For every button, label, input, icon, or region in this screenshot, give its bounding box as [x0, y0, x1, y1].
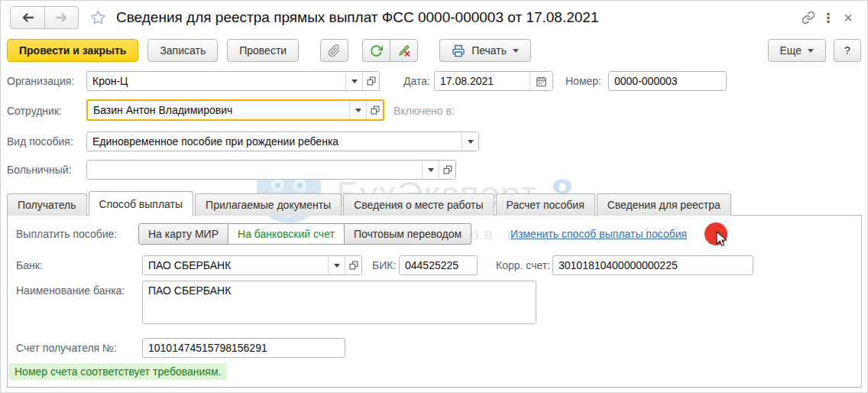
- more-vertical-icon: ⋮: [822, 10, 835, 26]
- printer-icon: [452, 44, 465, 57]
- link-icon: [802, 11, 815, 24]
- bank-dropdown-button[interactable]: [328, 256, 345, 274]
- number-input[interactable]: [608, 71, 727, 91]
- option-bank-account[interactable]: На банковский счет: [228, 223, 345, 245]
- print-button[interactable]: Печать: [439, 39, 531, 62]
- fss-register-window: Сведения для реестра прямых выплат ФСС 0…: [0, 0, 868, 393]
- date-value[interactable]: 17.08.2021: [435, 72, 530, 90]
- benefit-type-value[interactable]: Единовременное пособие при рождении ребе…: [87, 132, 462, 151]
- bank-name-label: Наименование банка:: [16, 284, 125, 297]
- sick-leave-open-button[interactable]: [439, 161, 455, 179]
- bik-label: БИК:: [372, 259, 396, 272]
- attachments-button[interactable]: [320, 39, 348, 62]
- tab-recipient[interactable]: Получатель: [7, 193, 87, 216]
- chevron-down-icon: [808, 49, 814, 53]
- bik-input[interactable]: [399, 255, 478, 275]
- tab-attached-documents[interactable]: Прилагаемые документы: [195, 193, 342, 216]
- pencil-cancel-icon: [397, 44, 411, 57]
- get-link-button[interactable]: [798, 8, 818, 28]
- print-label: Печать: [471, 44, 507, 57]
- more-label: Еще: [780, 44, 802, 57]
- tab-payment-method[interactable]: Способ выплаты: [89, 191, 194, 216]
- employee-label: Сотрудник:: [7, 105, 62, 118]
- refresh-icon: [370, 44, 383, 57]
- close-icon: ×: [844, 9, 853, 27]
- chevron-down-icon: [468, 140, 474, 144]
- sick-leave-dropdown-button[interactable]: [422, 161, 439, 179]
- recipient-account-label: Счет получателя №:: [16, 342, 117, 355]
- back-button[interactable]: [11, 7, 44, 28]
- included-in-label: Включено в:: [394, 105, 455, 118]
- more-menu-button[interactable]: ⋮: [818, 8, 838, 28]
- title-bar: Сведения для реестра прямых выплат ФСС 0…: [1, 1, 867, 34]
- date-calendar-button[interactable]: [530, 72, 552, 90]
- history-nav: [10, 6, 79, 29]
- post-and-close-button[interactable]: Провести и закрыть: [7, 39, 138, 62]
- back-arrow-icon: [21, 12, 34, 23]
- chevron-down-icon: [334, 264, 340, 268]
- open-form-icon: [366, 76, 377, 86]
- organization-open-button[interactable]: [362, 72, 379, 90]
- tab-workplace-info[interactable]: Сведения о месте работы: [343, 193, 494, 216]
- organization-field: Крон-Ц: [86, 71, 380, 91]
- bank-name-textarea[interactable]: ПАО СБЕРБАНК: [142, 281, 536, 324]
- open-form-icon: [370, 105, 381, 115]
- organization-value[interactable]: Крон-Ц: [87, 72, 345, 90]
- date-label: Дата:: [403, 75, 430, 88]
- date-field: 17.08.2021: [434, 71, 553, 91]
- corr-account-label: Корр. счет:: [496, 259, 550, 272]
- forward-button[interactable]: [44, 7, 78, 28]
- bank-field: ПАО СБЕРБАНК: [142, 255, 362, 275]
- chevron-down-icon: [513, 49, 519, 53]
- benefit-type-label: Вид пособия:: [7, 135, 73, 148]
- employee-field: Базин Антон Владимирович: [86, 99, 384, 121]
- refresh-edit-group: [362, 39, 418, 62]
- employee-dropdown-button[interactable]: [349, 101, 366, 119]
- help-icon: ?: [844, 44, 850, 57]
- organization-label: Организация:: [7, 75, 74, 88]
- refresh-button[interactable]: [362, 39, 390, 62]
- pay-benefit-label: Выплатить пособие:: [16, 228, 117, 241]
- benefit-type-field: Единовременное пособие при рождении ребе…: [86, 132, 479, 151]
- chevron-down-icon: [351, 80, 358, 83]
- paperclip-icon: [328, 44, 341, 57]
- change-payment-method-link[interactable]: Изменить способ выплаты пособия: [510, 228, 687, 240]
- employee-open-button[interactable]: [366, 101, 383, 119]
- option-postal-transfer[interactable]: Почтовым переводом: [345, 223, 471, 245]
- payment-method-segmented: На карту МИР На банковский счет Почтовым…: [138, 223, 471, 245]
- number-label: Номер:: [565, 75, 601, 88]
- organization-dropdown-button[interactable]: [345, 72, 362, 90]
- close-button[interactable]: ×: [838, 8, 858, 28]
- cancel-edit-button[interactable]: [390, 39, 418, 62]
- star-icon: [89, 9, 107, 26]
- write-button[interactable]: Записать: [147, 39, 218, 62]
- tab-register-info[interactable]: Сведения для реестра: [597, 193, 731, 216]
- favorite-star-button[interactable]: [89, 9, 107, 26]
- bank-value[interactable]: ПАО СБЕРБАНК: [143, 256, 328, 274]
- open-form-icon: [348, 260, 359, 271]
- recipient-account-input[interactable]: [142, 338, 345, 358]
- benefit-type-dropdown-button[interactable]: [462, 132, 478, 151]
- more-actions-button[interactable]: Еще: [768, 39, 827, 62]
- employee-value[interactable]: Базин Антон Владимирович: [88, 101, 349, 119]
- account-validation-message: Номер счета соответствует требованиям.: [8, 363, 227, 380]
- calendar-icon: [536, 76, 547, 87]
- toolbar: Провести и закрыть Записать Провести Печ…: [1, 35, 867, 66]
- tab-benefit-calculation[interactable]: Расчет пособия: [496, 193, 595, 216]
- option-mir-card[interactable]: На карту МИР: [138, 223, 228, 245]
- bank-label: Банк:: [16, 259, 43, 272]
- forward-arrow-icon: [55, 12, 68, 23]
- post-button[interactable]: Провести: [227, 39, 299, 62]
- bank-open-button[interactable]: [345, 256, 361, 274]
- mouse-cursor-icon: [714, 231, 729, 248]
- sick-leave-value[interactable]: [87, 161, 422, 179]
- corr-account-input[interactable]: [552, 255, 753, 275]
- sick-leave-field: [86, 160, 456, 180]
- chevron-down-icon: [355, 109, 361, 112]
- help-button[interactable]: ?: [834, 39, 861, 62]
- page-title: Сведения для реестра прямых выплат ФСС 0…: [116, 9, 598, 26]
- chevron-down-icon: [428, 168, 434, 172]
- sick-leave-label: Больничный:: [7, 164, 71, 177]
- tab-bar: Получатель Способ выплаты Прилагаемые до…: [7, 191, 733, 216]
- open-form-icon: [442, 164, 453, 175]
